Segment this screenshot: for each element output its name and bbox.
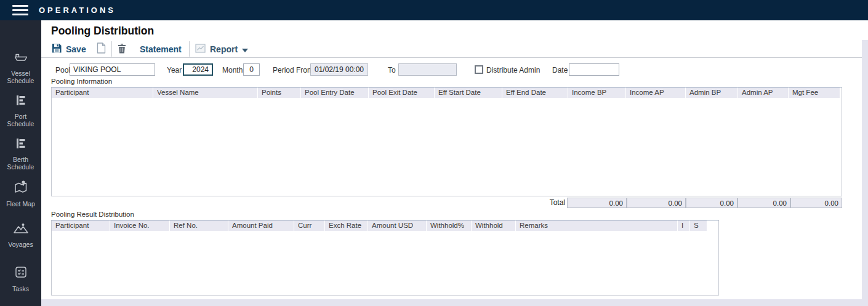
top-app-bar: OPERATIONS	[0, 0, 868, 20]
column-header[interactable]: S	[690, 220, 707, 231]
period-from-label: Period From	[273, 66, 313, 74]
column-header[interactable]: Amount Paid	[228, 220, 294, 231]
sidebar-item-label: Fleet Map	[2, 200, 40, 207]
toolbar-separator	[111, 41, 112, 57]
save-icon	[52, 43, 62, 55]
column-header[interactable]: Participant	[52, 220, 110, 231]
sidebar-item-voyages[interactable]: Voyages	[0, 222, 41, 248]
column-header[interactable]: Admin BP	[686, 87, 738, 98]
column-header[interactable]: Exch Rate	[325, 220, 368, 231]
column-header[interactable]: Pool Exit Date	[369, 87, 435, 98]
column-header[interactable]: Admin AP	[738, 87, 789, 98]
horizontal-scrollbar[interactable]	[41, 299, 868, 306]
year-label: Year	[167, 66, 182, 74]
column-header[interactable]: Participant	[52, 87, 153, 98]
sidebar-item-label: Tasks	[2, 285, 40, 292]
sidebar-item-vessel-schedule[interactable]: Vessel Schedule	[0, 51, 41, 84]
total-income-ap: 0.00	[627, 198, 686, 208]
column-header[interactable]: Amount USD	[368, 220, 427, 231]
column-header[interactable]: Income AP	[626, 87, 686, 98]
distribute-admin-label: Distribute Admin	[486, 66, 540, 74]
statement-button[interactable]: Statement	[140, 40, 182, 58]
column-header[interactable]: Pool Entry Date	[301, 87, 369, 98]
month-label: Month	[222, 66, 243, 74]
chevron-down-icon	[242, 44, 248, 54]
total-admin-ap: 0.00	[737, 198, 790, 208]
toolbar-divider	[41, 57, 868, 58]
period-from-input[interactable]	[310, 63, 368, 76]
pooling-information-label: Pooling Information	[51, 78, 112, 85]
app-window: OPERATIONS Vessel Schedule Port Schedule	[0, 0, 868, 306]
pooling-information-table: Participant Vessel Name Points Pool Entr…	[51, 87, 842, 196]
menu-icon[interactable]	[12, 5, 28, 15]
period-to-label: To	[388, 66, 396, 74]
sidebar-item-fleet-map[interactable]: Fleet Map	[0, 179, 41, 207]
column-header[interactable]: Withhold	[472, 220, 516, 231]
table-header-row: Participant Vessel Name Points Pool Entr…	[52, 87, 842, 98]
column-header[interactable]: Curr	[294, 220, 325, 231]
gantt-icon	[15, 137, 27, 152]
main-content: Pooling Distribution Save	[41, 20, 868, 306]
total-label: Total	[528, 198, 565, 207]
column-header[interactable]: Withhold%	[427, 220, 472, 231]
column-header[interactable]: Eff End Date	[502, 87, 568, 98]
total-mgt-fee: 0.00	[790, 198, 842, 208]
pooling-result-distribution-table: Participant Invoice No. Ref No. Amount P…	[51, 220, 719, 296]
table-header-row: Participant Invoice No. Ref No. Amount P…	[52, 220, 718, 231]
distribute-admin-checkbox[interactable]	[475, 65, 483, 74]
save-button[interactable]: Save	[52, 40, 86, 58]
new-document-button[interactable]	[97, 40, 106, 58]
date-label: Date	[552, 66, 568, 74]
chart-icon	[195, 44, 206, 55]
app-title: OPERATIONS	[39, 6, 116, 15]
gantt-icon	[15, 94, 27, 109]
column-header[interactable]: Income BP	[568, 87, 626, 98]
column-header[interactable]: Ref No.	[170, 220, 228, 231]
page-title: Pooling Distribution	[51, 25, 154, 38]
column-header[interactable]: Points	[258, 87, 301, 98]
period-to-input[interactable]	[398, 63, 457, 76]
total-income-bp: 0.00	[567, 198, 627, 208]
pooling-result-distribution-label: Pooling Result Distribution	[51, 211, 134, 218]
column-header[interactable]: Vessel Name	[153, 87, 258, 98]
column-header[interactable]: Mgt Fee	[789, 87, 840, 98]
tasks-icon	[14, 265, 28, 281]
pool-label: Pool	[55, 66, 70, 74]
column-header[interactable]: Remarks	[516, 220, 678, 231]
sidebar-item-tasks[interactable]: Tasks	[0, 265, 41, 292]
date-input[interactable]	[569, 63, 619, 76]
route-icon	[13, 222, 29, 237]
report-dropdown-button[interactable]: Report	[195, 40, 248, 58]
sidebar-item-port-schedule[interactable]: Port Schedule	[0, 94, 41, 127]
sidebar-item-label: Port Schedule	[2, 113, 40, 127]
document-icon	[97, 42, 106, 55]
sidebar-item-label: Berth Schedule	[2, 156, 40, 171]
column-header[interactable]: Invoice No.	[110, 220, 170, 231]
map-pin-icon	[14, 179, 28, 196]
ship-icon	[14, 51, 28, 66]
sidebar-item-berth-schedule[interactable]: Berth Schedule	[0, 137, 41, 171]
pool-input[interactable]	[70, 63, 155, 76]
trash-icon	[118, 43, 126, 55]
sidebar: Vessel Schedule Port Schedule Berth Sche…	[0, 20, 41, 306]
total-admin-bp: 0.00	[686, 198, 737, 208]
month-input[interactable]	[243, 63, 260, 76]
column-header[interactable]: Eff Start Date	[435, 87, 502, 98]
sidebar-item-label: Vessel Schedule	[2, 70, 40, 84]
delete-button[interactable]	[118, 40, 126, 58]
toolbar: Save St	[41, 40, 868, 58]
vertical-scrollbar[interactable]	[862, 40, 868, 299]
toolbar-separator	[189, 41, 190, 57]
year-input[interactable]	[183, 63, 213, 76]
column-header[interactable]: I	[678, 220, 690, 231]
sidebar-item-label: Voyages	[2, 241, 40, 248]
